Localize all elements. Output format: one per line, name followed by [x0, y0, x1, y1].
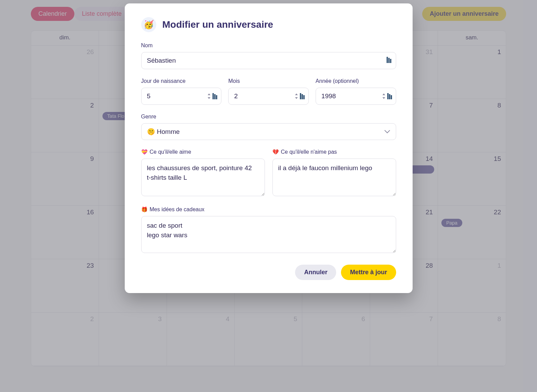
- likes-label: 💝 Ce qu'il/elle aime: [141, 149, 265, 155]
- ideas-label: 🎁 Mes idées de cadeaux: [141, 206, 396, 213]
- month-label: Mois: [228, 78, 309, 84]
- party-icon: 🥳: [141, 17, 156, 32]
- likes-textarea[interactable]: [141, 159, 265, 196]
- name-label: Nom: [141, 42, 396, 49]
- edit-birthday-modal: 🥳 Modifier un anniversaire Nom Jour de n…: [125, 3, 413, 293]
- modal-title: Modifier un anniversaire: [162, 19, 273, 30]
- year-label: Année (optionnel): [316, 78, 396, 84]
- year-input[interactable]: [316, 88, 396, 105]
- month-input[interactable]: [228, 88, 309, 105]
- cancel-button[interactable]: Annuler: [295, 265, 336, 280]
- update-button[interactable]: Mettre à jour: [341, 265, 396, 280]
- ideas-label-text: Mes idées de cadeaux: [150, 206, 205, 213]
- dislikes-textarea[interactable]: [272, 159, 396, 196]
- heart-gift-icon: 💝: [141, 149, 148, 155]
- gender-select[interactable]: 🤫 Homme: [141, 123, 396, 140]
- modal-footer: Annuler Mettre à jour: [141, 265, 396, 280]
- dislikes-label-text: Ce qu'il/elle n'aime pas: [281, 149, 337, 155]
- modal-header: 🥳 Modifier un anniversaire: [141, 17, 396, 32]
- modal-overlay[interactable]: 🥳 Modifier un anniversaire Nom Jour de n…: [0, 0, 537, 392]
- gift-icon: 🎁: [141, 206, 148, 213]
- ideas-textarea[interactable]: [141, 216, 396, 253]
- day-input[interactable]: [141, 88, 222, 105]
- broken-heart-icon: 💔: [272, 149, 279, 155]
- gender-label: Genre: [141, 114, 396, 120]
- day-label: Jour de naissance: [141, 78, 222, 84]
- likes-label-text: Ce qu'il/elle aime: [150, 149, 191, 155]
- dislikes-label: 💔 Ce qu'il/elle n'aime pas: [272, 149, 396, 155]
- name-input[interactable]: [141, 52, 396, 69]
